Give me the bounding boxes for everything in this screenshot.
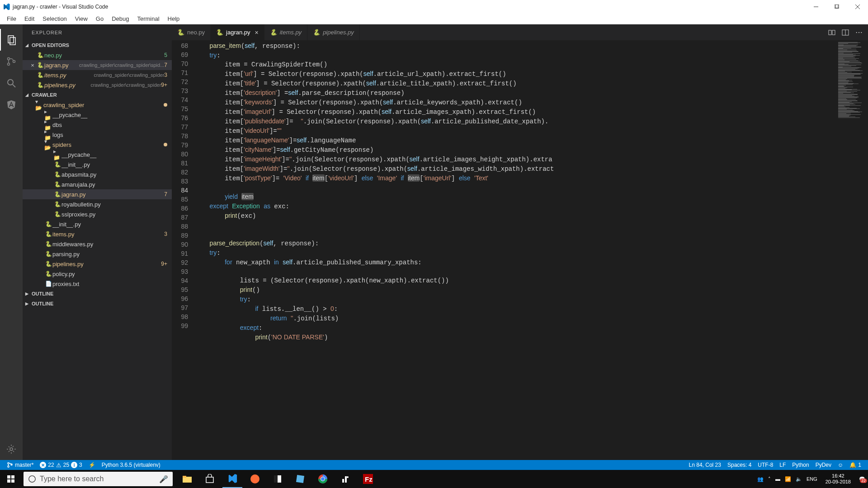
git-branch[interactable]: master*: [4, 462, 37, 468]
close-button[interactable]: [847, 0, 868, 14]
problems[interactable]: ✕22 ⚠25 i3: [37, 462, 85, 469]
menu-edit[interactable]: Edit: [20, 14, 38, 23]
wifi-icon[interactable]: 📶: [785, 476, 791, 482]
open-editor-item[interactable]: × 🐍 jagran.py crawling_spider\crawling_s…: [23, 60, 172, 70]
encoding[interactable]: UTF-8: [755, 462, 776, 468]
code-content[interactable]: parse_item(self, response): try: item = …: [194, 40, 836, 460]
badge: 9+: [161, 261, 172, 267]
tab-label: jagran.py: [226, 29, 250, 36]
minimap[interactable]: [836, 40, 868, 460]
code-editor[interactable]: 6869707172737475767778798081828384858687…: [172, 40, 868, 460]
open-editor-item[interactable]: 🐍 items.py crawling_spider\crawling_spid…: [23, 70, 172, 80]
tree-label: __pycache__: [52, 112, 172, 118]
svg-rect-22: [7, 479, 10, 483]
taskbar-postman[interactable]: [245, 470, 265, 488]
tree-item[interactable]: 🐍parsing.py: [23, 249, 172, 259]
open-editor-item[interactable]: 🐍 neo.py 5: [23, 50, 172, 60]
people-icon[interactable]: 👥: [757, 476, 764, 482]
tree-label: proxies.txt: [52, 281, 172, 287]
outline-label: OUTLINE: [32, 291, 53, 296]
tray-chevron-icon[interactable]: ˄: [768, 476, 771, 482]
notif-count: 22: [860, 479, 867, 483]
maximize-button[interactable]: [826, 0, 847, 14]
open-editor-item[interactable]: 🐍 pipelines.py crawling_spider\crawling_…: [23, 80, 172, 90]
action-center[interactable]: 💬22: [859, 476, 865, 482]
editor-tab[interactable]: 🐍pipelines.py: [307, 24, 360, 40]
svg-rect-37: [342, 479, 344, 483]
taskbar-app2[interactable]: [335, 470, 355, 488]
taskbar-app[interactable]: [268, 470, 288, 488]
battery-icon[interactable]: ▬: [775, 476, 780, 482]
tree-item[interactable]: ▸ 📁__pycache__: [23, 150, 172, 160]
eol[interactable]: LF: [776, 462, 789, 468]
window-controls: [806, 0, 868, 14]
badge: 7: [164, 191, 172, 197]
editor-tab[interactable]: 🐍jagran.py×: [211, 24, 264, 40]
mic-icon[interactable]: 🎤: [159, 475, 168, 483]
menu-file[interactable]: File: [3, 14, 20, 23]
vscode-icon: [3, 3, 10, 10]
taskbar-explorer[interactable]: [177, 470, 197, 488]
tree-item[interactable]: 🐍royalbulletin.py: [23, 199, 172, 209]
sync-icon[interactable]: ⚡: [85, 462, 99, 468]
editor-tab[interactable]: 🐍items.py: [264, 24, 307, 40]
python-icon: 🐍: [53, 171, 61, 178]
tab-close-icon[interactable]: ×: [255, 29, 259, 36]
taskbar-filezilla[interactable]: Fz: [358, 470, 378, 488]
project-header[interactable]: ◢CRAWLER: [23, 90, 172, 100]
tree-item[interactable]: ▾ 📂spiders: [23, 140, 172, 150]
pydev[interactable]: PyDev: [812, 462, 835, 468]
more-icon[interactable]: ⋯: [855, 28, 863, 37]
tree-item[interactable]: 🐍policy.py: [23, 269, 172, 279]
outline-header[interactable]: ▶OUTLINE: [23, 289, 172, 299]
editor-tab[interactable]: 🐍neo.py: [172, 24, 211, 40]
volume-icon[interactable]: 🔈: [796, 476, 802, 482]
taskbar-chrome[interactable]: [313, 470, 333, 488]
close-icon[interactable]: ×: [29, 62, 36, 69]
python-interpreter[interactable]: Python 3.6.5 (virtualenv): [99, 462, 164, 468]
input-lang[interactable]: ENG: [807, 476, 817, 482]
tree-item[interactable]: 🐍__init__.py: [23, 219, 172, 229]
taskbar-vscode[interactable]: [222, 470, 242, 488]
tree-item[interactable]: 🐍items.py3: [23, 229, 172, 239]
minimize-button[interactable]: [806, 0, 826, 14]
activity-explorer[interactable]: [0, 29, 23, 51]
activity-search[interactable]: [0, 72, 23, 94]
indentation[interactable]: Spaces: 4: [724, 462, 755, 468]
tree-item[interactable]: 🐍sslproxies.py: [23, 209, 172, 219]
feedback-icon[interactable]: ☺: [835, 462, 846, 468]
menu-view[interactable]: View: [71, 14, 92, 23]
tree-item[interactable]: 🐍amarujala.py: [23, 179, 172, 189]
search-placeholder: Type here to search: [40, 475, 104, 483]
tree-item[interactable]: 🐍__init__.py: [23, 160, 172, 169]
taskbar-store[interactable]: [200, 470, 220, 488]
tree-item[interactable]: 🐍jagran.py7: [23, 189, 172, 199]
cursor-position[interactable]: Ln 84, Col 23: [686, 462, 724, 468]
outline-header[interactable]: ▶OUTLINE: [23, 299, 172, 309]
taskbar-search[interactable]: Type here to search 🎤: [24, 472, 173, 486]
svg-rect-30: [274, 475, 278, 483]
menu-help[interactable]: Help: [164, 14, 184, 23]
tree-item[interactable]: 🐍abpasmita.py: [23, 169, 172, 179]
clock[interactable]: 16:42 20-09-2018: [822, 473, 854, 485]
activity-angular[interactable]: [0, 94, 23, 116]
tree-item[interactable]: 📄proxies.txt: [23, 279, 172, 289]
activity-scm[interactable]: [0, 51, 23, 72]
file-label: jagran.py: [44, 62, 76, 69]
menu-terminal[interactable]: Terminal: [133, 14, 163, 23]
menu-selection[interactable]: Selection: [38, 14, 71, 23]
taskbar-notes[interactable]: [290, 470, 310, 488]
menu-debug[interactable]: Debug: [108, 14, 133, 23]
open-editors-header[interactable]: ◢OPEN EDITORS: [23, 40, 172, 50]
badge: 5: [164, 52, 172, 58]
language-mode[interactable]: Python: [789, 462, 812, 468]
notifications[interactable]: 🔔1: [846, 462, 864, 468]
split-editor-icon[interactable]: [842, 29, 849, 36]
compare-icon[interactable]: [828, 29, 835, 36]
activity-settings[interactable]: [0, 438, 23, 460]
start-button[interactable]: [0, 470, 22, 488]
python-icon: 🐍: [36, 62, 44, 68]
tree-item[interactable]: 🐍middlewares.py: [23, 239, 172, 249]
tree-item[interactable]: 🐍pipelines.py9+: [23, 259, 172, 269]
menu-go[interactable]: Go: [92, 14, 108, 23]
